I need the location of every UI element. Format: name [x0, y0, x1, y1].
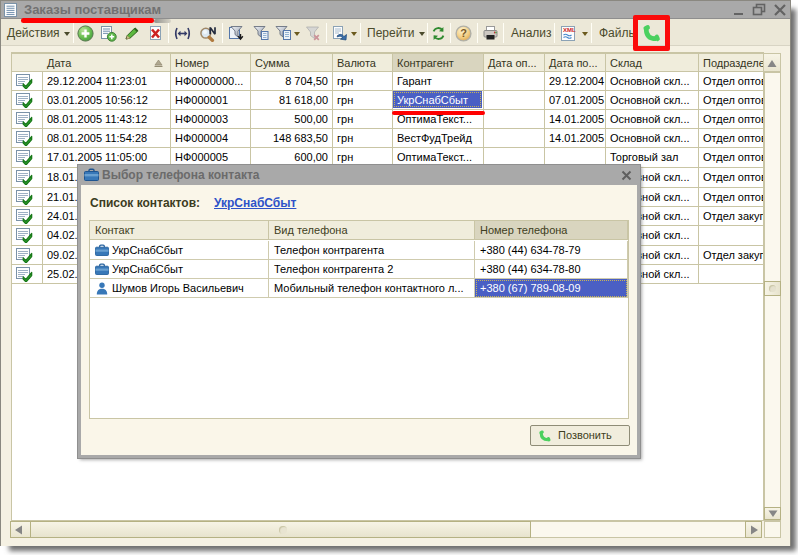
svg-text:XML: XML [563, 27, 576, 33]
svg-text:?: ? [460, 27, 467, 39]
